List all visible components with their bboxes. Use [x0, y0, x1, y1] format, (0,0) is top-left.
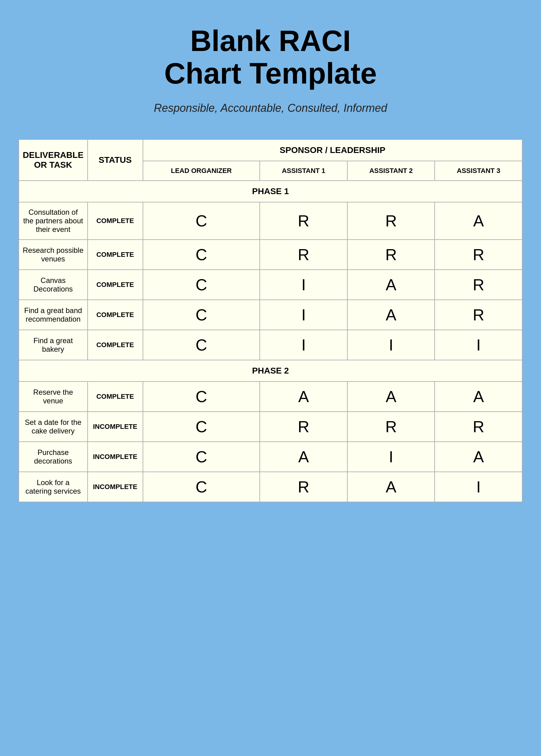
- table-row: Consultation of the partners about their…: [19, 202, 522, 240]
- assistant1-cell: I: [260, 270, 347, 300]
- col-status-header: STATUS: [88, 139, 143, 181]
- assistant3-cell: R: [435, 300, 522, 330]
- lead-organizer-cell: C: [143, 381, 260, 412]
- table-row: Set a date for the cake deliveryINCOMPLE…: [19, 412, 522, 442]
- phase-label: PHASE 2: [19, 360, 522, 381]
- status-cell: INCOMPLETE: [88, 412, 143, 442]
- col-sponsor-header: SPONSOR / LEADERSHIP: [143, 139, 522, 161]
- assistant1-cell: A: [260, 381, 347, 412]
- assistant3-cell: R: [435, 270, 522, 300]
- task-name: Purchase decorations: [19, 442, 88, 472]
- assistant2-cell: R: [347, 240, 435, 270]
- lead-organizer-cell: C: [143, 412, 260, 442]
- assistant3-cell: I: [435, 472, 522, 502]
- table-row: Purchase decorationsINCOMPLETECAIA: [19, 442, 522, 472]
- assistant1-cell: R: [260, 472, 347, 502]
- status-cell: COMPLETE: [88, 300, 143, 330]
- assistant3-header: ASSISTANT 3: [435, 161, 522, 181]
- page-title: Blank RACI Chart Template: [164, 25, 377, 90]
- subtitle: Responsible, Accountable, Consulted, Inf…: [154, 102, 387, 115]
- phase-row: PHASE 2: [19, 360, 522, 381]
- task-name: Canvas Decorations: [19, 270, 88, 300]
- status-cell: INCOMPLETE: [88, 472, 143, 502]
- assistant3-cell: I: [435, 330, 522, 360]
- assistant3-cell: R: [435, 412, 522, 442]
- assistant2-cell: R: [347, 202, 435, 240]
- status-cell: COMPLETE: [88, 381, 143, 412]
- assistant2-cell: I: [347, 330, 435, 360]
- table-row: Find a great band recommendationCOMPLETE…: [19, 300, 522, 330]
- lead-organizer-cell: C: [143, 300, 260, 330]
- table-row: Reserve the venueCOMPLETECAAA: [19, 381, 522, 412]
- lead-organizer-cell: C: [143, 202, 260, 240]
- status-cell: COMPLETE: [88, 240, 143, 270]
- lead-organizer-cell: C: [143, 472, 260, 502]
- task-name: Consultation of the partners about their…: [19, 202, 88, 240]
- header-row-1: DELIVERABLE OR TASK STATUS SPONSOR / LEA…: [19, 139, 522, 161]
- task-name: Look for a catering services: [19, 472, 88, 502]
- assistant1-cell: R: [260, 240, 347, 270]
- table-row: Research possible venuesCOMPLETECRRR: [19, 240, 522, 270]
- assistant1-cell: R: [260, 202, 347, 240]
- phase-label: PHASE 1: [19, 181, 522, 202]
- assistant1-cell: A: [260, 442, 347, 472]
- status-cell: COMPLETE: [88, 202, 143, 240]
- assistant2-header: ASSISTANT 2: [347, 161, 435, 181]
- task-name: Find a great bakery: [19, 330, 88, 360]
- assistant3-cell: A: [435, 442, 522, 472]
- assistant3-cell: A: [435, 202, 522, 240]
- lead-organizer-cell: C: [143, 240, 260, 270]
- col-deliverable-header: DELIVERABLE OR TASK: [19, 139, 88, 181]
- status-cell: INCOMPLETE: [88, 442, 143, 472]
- assistant2-cell: R: [347, 412, 435, 442]
- task-name: Set a date for the cake delivery: [19, 412, 88, 442]
- status-cell: COMPLETE: [88, 330, 143, 360]
- table-row: Find a great bakeryCOMPLETECIII: [19, 330, 522, 360]
- raci-table: DELIVERABLE OR TASK STATUS SPONSOR / LEA…: [18, 139, 523, 502]
- assistant3-cell: R: [435, 240, 522, 270]
- phase-row: PHASE 1: [19, 181, 522, 202]
- task-name: Research possible venues: [19, 240, 88, 270]
- lead-organizer-cell: C: [143, 270, 260, 300]
- assistant2-cell: I: [347, 442, 435, 472]
- lead-organizer-cell: C: [143, 442, 260, 472]
- table-row: Look for a catering servicesINCOMPLETECR…: [19, 472, 522, 502]
- assistant1-cell: R: [260, 412, 347, 442]
- assistant2-cell: A: [347, 472, 435, 502]
- assistant2-cell: A: [347, 270, 435, 300]
- assistant1-cell: I: [260, 300, 347, 330]
- task-name: Reserve the venue: [19, 381, 88, 412]
- lead-organizer-header: LEAD ORGANIZER: [143, 161, 260, 181]
- assistant1-cell: I: [260, 330, 347, 360]
- task-name: Find a great band recommendation: [19, 300, 88, 330]
- assistant2-cell: A: [347, 381, 435, 412]
- assistant3-cell: A: [435, 381, 522, 412]
- status-cell: COMPLETE: [88, 270, 143, 300]
- table-row: Canvas DecorationsCOMPLETECIAR: [19, 270, 522, 300]
- assistant2-cell: A: [347, 300, 435, 330]
- assistant1-header: ASSISTANT 1: [260, 161, 347, 181]
- lead-organizer-cell: C: [143, 330, 260, 360]
